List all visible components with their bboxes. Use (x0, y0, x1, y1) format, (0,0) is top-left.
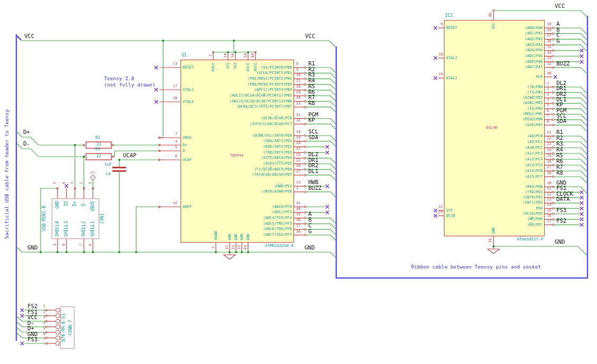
net-label[interactable]: BUZZ (308, 185, 321, 191)
net-label[interactable]: FS3 (556, 207, 566, 213)
net-label[interactable]: DATA (556, 196, 570, 202)
wire (306, 141, 336, 147)
net-label-dminus[interactable]: D- (23, 141, 30, 147)
no-connect-icon (155, 88, 158, 91)
net-label[interactable]: C (308, 223, 311, 228)
net-label-dplus[interactable]: D+ (23, 129, 30, 135)
pin-number: 43 (244, 245, 248, 250)
ic2-part: AT90S8515-P (517, 237, 543, 242)
note-ribbon-cable[interactable]: Ribbon cable between Teensy pins and soc… (411, 264, 541, 270)
connector-pad (56, 314, 60, 318)
pin-name: (R̅D̅)PD7 (527, 223, 543, 227)
net-label-vcc-mid[interactable]: VCC (305, 33, 315, 39)
net-label[interactable]: SCL (308, 129, 318, 135)
net-label-gnd-mid[interactable]: GND (305, 245, 315, 251)
net-label[interactable]: SDA (308, 135, 318, 140)
u1-part: ATMEGA32U4-A (265, 244, 293, 248)
wire (306, 235, 336, 241)
no-connect-icon (580, 218, 583, 221)
pin-end (552, 61, 554, 63)
pin-name: VBUS (91, 201, 95, 211)
net-label[interactable]: KP (308, 117, 315, 123)
pin-end (304, 212, 306, 213)
u1-footprint: TQFP44 (230, 154, 243, 158)
r3-ref[interactable]: R3 (95, 147, 100, 151)
net-label[interactable]: R2 (556, 135, 563, 141)
net-label[interactable]: G (556, 38, 560, 44)
net-label[interactable]: VCC (27, 314, 37, 320)
con1-ref[interactable]: CON1 (100, 213, 105, 223)
net-label[interactable]: R8 (308, 100, 315, 106)
pin-name: (ADC12/OC1A/O̅C̅4̅B̅/PCINT12)PB5 (230, 94, 292, 98)
net-label[interactable]: R5 (308, 83, 315, 89)
pin-name: (ADC13/OC1B/OC4B/PCINT13)PB6 (230, 100, 292, 103)
pin-name: GND (492, 227, 496, 234)
pin-number: 5 (212, 246, 215, 248)
net-label[interactable]: R6 (556, 158, 563, 164)
junction-dot (227, 51, 229, 53)
net-label[interactable]: A (556, 21, 560, 27)
pin-number: 8 (296, 62, 298, 66)
pin-number: 30 (547, 72, 551, 75)
pin-name: (AD4)PA4 (525, 49, 543, 52)
pin-number: 33 (296, 181, 300, 185)
no-connect-icon (155, 66, 158, 69)
r2-ref[interactable]: R2 (95, 136, 100, 140)
pin-name: SHELL3 (64, 221, 69, 236)
net-label[interactable]: HWB (308, 179, 318, 185)
note-teensy-line2[interactable]: (not fully drawn) (104, 82, 155, 88)
junction-dot (83, 156, 85, 158)
pin-name: ICP (446, 209, 453, 213)
net-label[interactable]: R4 (556, 147, 563, 152)
pin-end (552, 218, 554, 220)
capacitor-c4-plate[interactable] (112, 167, 126, 168)
conn7-ref[interactable]: CONN_7 (69, 320, 73, 336)
c4-ref[interactable]: C4 (106, 172, 110, 176)
net-label[interactable]: R8 (556, 170, 563, 176)
pin-name: (AD0)PA0 (525, 26, 543, 30)
pin-name: (AD6)PA6 (525, 60, 543, 64)
pin-number: 18 (439, 53, 443, 56)
net-label[interactable]: FS2 (556, 218, 566, 224)
pin-name: (A13)PC5 (525, 164, 543, 167)
net-label[interactable]: FS3 (27, 337, 37, 342)
net-label[interactable]: R7 (556, 164, 563, 170)
note-left-cable[interactable]: Sacrificial USB cable from header to Tee… (4, 109, 10, 239)
net-label-gnd-left[interactable]: GND (27, 245, 37, 251)
net-label[interactable]: G (308, 228, 311, 234)
pin-name: (MISO)PB6 (523, 118, 543, 121)
net-label[interactable]: BUZZ (556, 61, 570, 66)
junction-dot (229, 251, 231, 253)
ic2-ref[interactable]: IC2 (445, 14, 452, 18)
connector-pad (56, 308, 60, 312)
no-connect-icon (155, 100, 158, 103)
net-label[interactable]: R1 (556, 129, 563, 135)
pin-name: (XCK1/C̅T̅S̅)PD5 (263, 162, 292, 166)
pin-name: (INT6/AIN0)PE6 (261, 190, 292, 194)
junction-dot (65, 251, 68, 253)
net-label-ucap[interactable]: UCAP (123, 152, 136, 158)
capacitor-c4-plate[interactable] (112, 170, 126, 172)
pin-name: SHELL1 (91, 221, 95, 236)
note-teensy-line1[interactable]: Teensy 2.0 (104, 76, 134, 81)
net-label[interactable]: DL1 (308, 168, 318, 174)
net-label[interactable]: DL2 (308, 151, 318, 157)
u1-ref[interactable]: U1 (182, 53, 187, 58)
pin-end (304, 66, 306, 68)
pin-name: (T1/O̅C̅4̅D̅/ADC9)PD6 (254, 168, 292, 171)
pin-number: 16 (173, 97, 177, 100)
pin-end (552, 224, 554, 225)
pin-name: (SDA/INT1)PD1 (263, 139, 292, 143)
net-label-gnd-ic2[interactable]: GND (555, 239, 565, 245)
pin-name: D+ (73, 201, 77, 206)
net-label[interactable]: D+ (27, 325, 34, 331)
net-label[interactable]: SDA (556, 118, 566, 124)
junction-dot (233, 40, 235, 42)
net-label[interactable]: FS2 (27, 303, 37, 309)
net-label[interactable]: R3 (556, 141, 563, 147)
junction-dot (247, 251, 249, 253)
net-label-vcc-left[interactable]: VCC (24, 33, 34, 39)
net-label-vcc-ic2[interactable]: VCC (555, 3, 565, 9)
net-label[interactable]: R1 (308, 61, 315, 66)
net-label[interactable]: R5 (556, 152, 563, 158)
